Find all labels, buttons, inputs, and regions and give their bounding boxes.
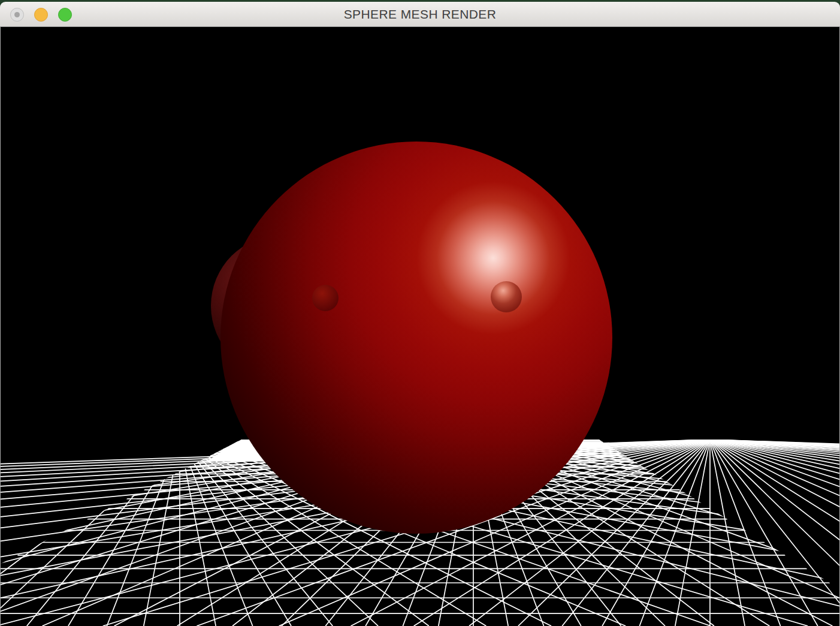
app-window: SPHERE MESH RENDER xyxy=(0,0,840,626)
render-viewport[interactable] xyxy=(0,27,840,626)
window-titlebar[interactable]: SPHERE MESH RENDER xyxy=(0,2,840,27)
scene-canvas xyxy=(0,27,840,626)
window-title: SPHERE MESH RENDER xyxy=(0,2,840,27)
bump-sphere-left xyxy=(312,285,339,311)
main-sphere xyxy=(220,142,612,534)
bump-sphere-right xyxy=(491,281,522,312)
